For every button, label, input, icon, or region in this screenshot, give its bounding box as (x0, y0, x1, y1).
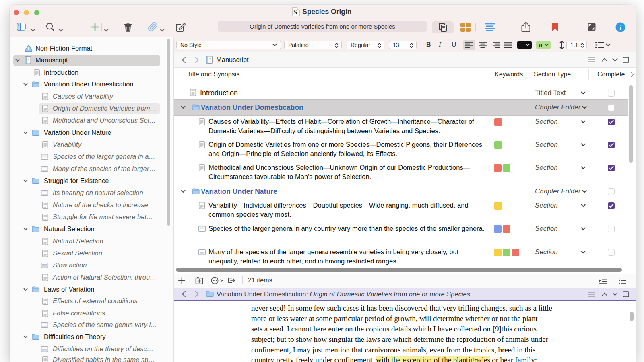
svg-text:i: i (619, 24, 621, 31)
svg-text:S: S (293, 8, 297, 16)
